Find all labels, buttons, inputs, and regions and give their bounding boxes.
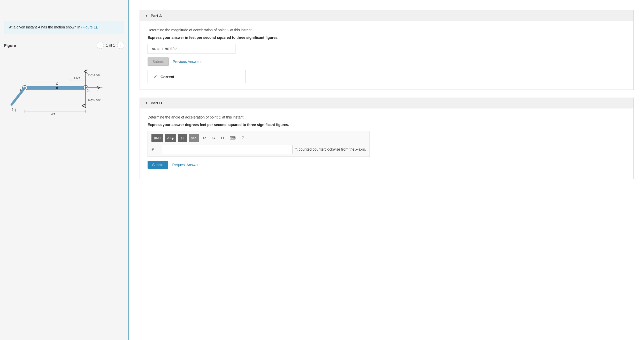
part-b-body: Determine the angle of acceleration of p…	[140, 108, 633, 179]
problem-text-before: At a given instant	[9, 25, 38, 29]
part-b-submit-button[interactable]: Submit	[148, 161, 168, 169]
toolbar-row: ⊞√□ ΑΣφ ↕↓ vec ↩ ↪ ↻ ⌨ ?	[151, 134, 366, 142]
part-a-title: Part A	[151, 13, 162, 18]
figure-title: Figure	[4, 43, 16, 48]
part-b-header[interactable]: ▼ Part B	[140, 98, 633, 108]
math-suffix-text: °, counted counterclockwise from the x-a…	[295, 147, 366, 151]
answer-value: 1.80 ft/s²	[162, 47, 177, 51]
part-b-question: Determine the angle of acceleration of p…	[148, 115, 626, 120]
math-toolbar: ⊞√□ ΑΣφ ↕↓ vec ↩ ↪ ↻ ⌨ ? θ = °, counted …	[148, 131, 370, 157]
part-b-section: ▼ Part B Determine the angle of accelera…	[140, 98, 634, 179]
answer-subscript: C	[154, 47, 156, 50]
figure-count: 1 of 1	[106, 43, 115, 47]
part-a-body: Determine the magnitude of acceleration …	[140, 21, 633, 90]
figure-prev-button[interactable]: ‹	[97, 42, 104, 49]
toolbar-help-btn[interactable]: ?	[239, 134, 246, 142]
toolbar-refresh-btn[interactable]: ↻	[219, 134, 226, 142]
figure-section: Figure ‹ 1 of 1 ›	[4, 42, 124, 129]
part-b-request-answer-link[interactable]: Request Answer	[172, 163, 199, 167]
label-C: C	[56, 82, 58, 86]
toolbar-vec-btn[interactable]: vec	[189, 134, 199, 142]
part-a-submit-button[interactable]: Submit	[148, 57, 169, 66]
x-axis-label: x	[97, 89, 99, 92]
figure-nav: ‹ 1 of 1 ›	[97, 42, 124, 49]
part-b-instruction: Express your answer degrees feet per sec…	[148, 123, 626, 127]
answer-equals: =	[156, 47, 162, 51]
part-a-question: Determine the magnitude of acceleration …	[148, 27, 626, 33]
svg-rect-2	[24, 86, 87, 90]
toolbar-redo-btn[interactable]: ↪	[210, 134, 217, 142]
part-a-answer-box: aC = 1.80 ft/s²	[148, 44, 235, 54]
math-input-row: θ = °, counted counterclockwise from the…	[151, 145, 366, 154]
angle-label: 5	[12, 108, 13, 111]
part-a-btn-row: Submit Previous Answers	[148, 57, 626, 66]
figure-next-button[interactable]: ›	[117, 42, 124, 49]
right-panel: ▼ Part A Determine the magnitude of acce…	[129, 0, 644, 340]
correct-label: Correct	[160, 75, 174, 79]
toolbar-undo-btn[interactable]: ↩	[201, 134, 208, 142]
problem-italic-A: A	[38, 25, 40, 29]
problem-statement: At a given instant A has the motion show…	[4, 21, 124, 34]
left-panel: At a given instant A has the motion show…	[0, 0, 129, 340]
acc-value: = 6 ft/s²	[91, 98, 101, 101]
figure-diagram: B C A 1.5 ft	[4, 51, 124, 129]
dim-1-5ft: 1.5 ft	[74, 76, 80, 79]
vel-value: = 3 ft/s	[91, 73, 100, 76]
part-b-btn-row: Submit Request Answer	[148, 161, 626, 169]
correct-checkmark-icon: ✓	[154, 74, 157, 79]
part-a-header[interactable]: ▼ Part A	[140, 10, 633, 21]
part-a-instruction: Express your answer in feet per second s…	[148, 35, 626, 40]
part-a-correct-box: ✓ Correct	[148, 70, 246, 83]
vel-label: v	[88, 73, 90, 76]
figure-header: Figure ‹ 1 of 1 ›	[4, 42, 124, 49]
answer-var: a	[152, 47, 154, 51]
part-b-collapse-icon: ▼	[145, 101, 148, 105]
figure-link[interactable]: (Figure 1)	[81, 25, 97, 29]
toolbar-template-btn[interactable]: ⊞√□	[151, 134, 163, 142]
mechanism-diagram: B C A 1.5 ft	[9, 57, 119, 124]
dim-3ft: 3 ft	[51, 112, 55, 115]
toolbar-arrow-btn[interactable]: ↕↓	[178, 134, 187, 142]
part-a-collapse-icon: ▼	[145, 14, 148, 18]
toolbar-keyboard-btn[interactable]: ⌨	[228, 134, 238, 142]
theta-label: θ =	[151, 147, 159, 152]
part-a-section: ▼ Part A Determine the magnitude of acce…	[140, 10, 634, 90]
angle-label-4: 4	[14, 109, 16, 112]
svg-point-7	[56, 86, 58, 89]
label-A: A	[87, 89, 90, 93]
label-B: B	[20, 88, 22, 92]
part-b-title: Part B	[151, 101, 162, 105]
theta-input[interactable]	[162, 145, 293, 154]
toolbar-greek-btn[interactable]: ΑΣφ	[165, 134, 176, 142]
part-a-previous-answers-link[interactable]: Previous Answers	[173, 60, 202, 64]
problem-text-middle: has the motion shown in	[40, 25, 81, 29]
